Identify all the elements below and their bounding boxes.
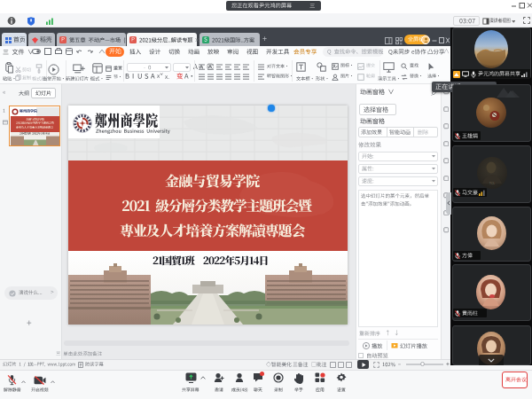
svg-text:TCL: TCL	[489, 182, 496, 185]
